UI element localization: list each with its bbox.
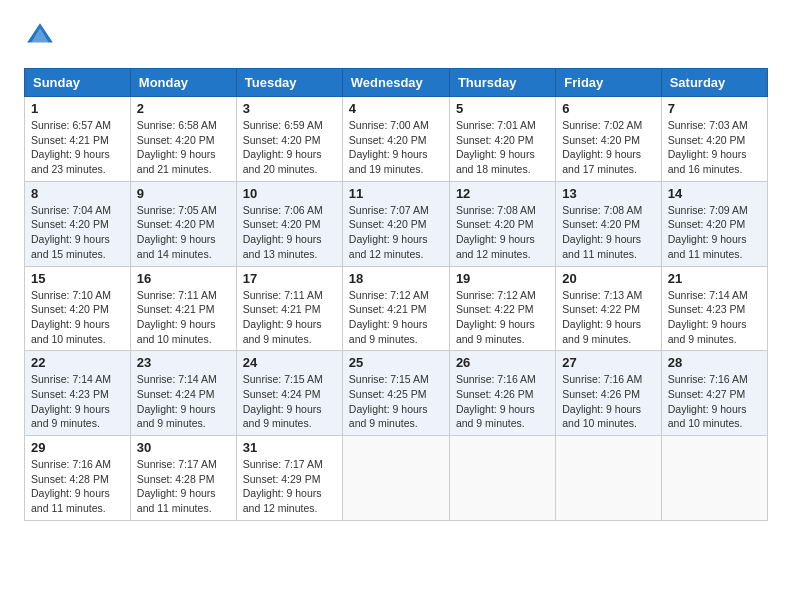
day-info: Sunrise: 6:57 AMSunset: 4:21 PMDaylight:…	[31, 118, 124, 177]
day-number: 4	[349, 101, 443, 116]
day-info: Sunrise: 7:02 AMSunset: 4:20 PMDaylight:…	[562, 118, 654, 177]
day-number: 24	[243, 355, 336, 370]
header	[24, 20, 768, 52]
calendar-cell: 22Sunrise: 7:14 AMSunset: 4:23 PMDayligh…	[25, 351, 131, 436]
day-number: 1	[31, 101, 124, 116]
col-header-tuesday: Tuesday	[236, 69, 342, 97]
calendar-cell: 5Sunrise: 7:01 AMSunset: 4:20 PMDaylight…	[449, 97, 555, 182]
day-number: 8	[31, 186, 124, 201]
day-number: 27	[562, 355, 654, 370]
day-number: 2	[137, 101, 230, 116]
day-info: Sunrise: 7:04 AMSunset: 4:20 PMDaylight:…	[31, 203, 124, 262]
day-number: 3	[243, 101, 336, 116]
day-info: Sunrise: 7:14 AMSunset: 4:24 PMDaylight:…	[137, 372, 230, 431]
day-info: Sunrise: 7:06 AMSunset: 4:20 PMDaylight:…	[243, 203, 336, 262]
day-info: Sunrise: 7:09 AMSunset: 4:20 PMDaylight:…	[668, 203, 761, 262]
calendar-cell: 14Sunrise: 7:09 AMSunset: 4:20 PMDayligh…	[661, 181, 767, 266]
day-number: 18	[349, 271, 443, 286]
day-info: Sunrise: 7:15 AMSunset: 4:25 PMDaylight:…	[349, 372, 443, 431]
calendar-week-2: 8Sunrise: 7:04 AMSunset: 4:20 PMDaylight…	[25, 181, 768, 266]
calendar-cell	[342, 436, 449, 521]
day-number: 5	[456, 101, 549, 116]
calendar-cell: 28Sunrise: 7:16 AMSunset: 4:27 PMDayligh…	[661, 351, 767, 436]
calendar-cell: 3Sunrise: 6:59 AMSunset: 4:20 PMDaylight…	[236, 97, 342, 182]
day-info: Sunrise: 7:14 AMSunset: 4:23 PMDaylight:…	[668, 288, 761, 347]
day-info: Sunrise: 7:16 AMSunset: 4:28 PMDaylight:…	[31, 457, 124, 516]
day-number: 19	[456, 271, 549, 286]
calendar-cell: 20Sunrise: 7:13 AMSunset: 4:22 PMDayligh…	[556, 266, 661, 351]
day-info: Sunrise: 7:16 AMSunset: 4:26 PMDaylight:…	[562, 372, 654, 431]
calendar-cell: 1Sunrise: 6:57 AMSunset: 4:21 PMDaylight…	[25, 97, 131, 182]
calendar-header-row: SundayMondayTuesdayWednesdayThursdayFrid…	[25, 69, 768, 97]
day-number: 14	[668, 186, 761, 201]
calendar-cell: 7Sunrise: 7:03 AMSunset: 4:20 PMDaylight…	[661, 97, 767, 182]
day-number: 26	[456, 355, 549, 370]
logo-icon	[24, 20, 56, 52]
day-info: Sunrise: 7:17 AMSunset: 4:28 PMDaylight:…	[137, 457, 230, 516]
col-header-sunday: Sunday	[25, 69, 131, 97]
calendar-cell	[556, 436, 661, 521]
day-info: Sunrise: 7:10 AMSunset: 4:20 PMDaylight:…	[31, 288, 124, 347]
day-number: 11	[349, 186, 443, 201]
day-info: Sunrise: 7:00 AMSunset: 4:20 PMDaylight:…	[349, 118, 443, 177]
col-header-monday: Monday	[130, 69, 236, 97]
calendar-cell: 12Sunrise: 7:08 AMSunset: 4:20 PMDayligh…	[449, 181, 555, 266]
day-number: 21	[668, 271, 761, 286]
day-number: 23	[137, 355, 230, 370]
day-number: 10	[243, 186, 336, 201]
day-info: Sunrise: 7:07 AMSunset: 4:20 PMDaylight:…	[349, 203, 443, 262]
calendar-cell: 17Sunrise: 7:11 AMSunset: 4:21 PMDayligh…	[236, 266, 342, 351]
day-number: 12	[456, 186, 549, 201]
day-info: Sunrise: 7:05 AMSunset: 4:20 PMDaylight:…	[137, 203, 230, 262]
calendar-cell: 16Sunrise: 7:11 AMSunset: 4:21 PMDayligh…	[130, 266, 236, 351]
calendar-cell: 26Sunrise: 7:16 AMSunset: 4:26 PMDayligh…	[449, 351, 555, 436]
day-info: Sunrise: 7:11 AMSunset: 4:21 PMDaylight:…	[243, 288, 336, 347]
logo	[24, 20, 60, 52]
day-info: Sunrise: 7:11 AMSunset: 4:21 PMDaylight:…	[137, 288, 230, 347]
day-number: 28	[668, 355, 761, 370]
day-number: 29	[31, 440, 124, 455]
calendar-cell: 4Sunrise: 7:00 AMSunset: 4:20 PMDaylight…	[342, 97, 449, 182]
calendar-week-4: 22Sunrise: 7:14 AMSunset: 4:23 PMDayligh…	[25, 351, 768, 436]
day-number: 13	[562, 186, 654, 201]
day-info: Sunrise: 6:59 AMSunset: 4:20 PMDaylight:…	[243, 118, 336, 177]
col-header-saturday: Saturday	[661, 69, 767, 97]
day-info: Sunrise: 7:12 AMSunset: 4:21 PMDaylight:…	[349, 288, 443, 347]
calendar-cell: 13Sunrise: 7:08 AMSunset: 4:20 PMDayligh…	[556, 181, 661, 266]
calendar-cell: 27Sunrise: 7:16 AMSunset: 4:26 PMDayligh…	[556, 351, 661, 436]
day-number: 15	[31, 271, 124, 286]
day-info: Sunrise: 7:08 AMSunset: 4:20 PMDaylight:…	[562, 203, 654, 262]
calendar-cell: 15Sunrise: 7:10 AMSunset: 4:20 PMDayligh…	[25, 266, 131, 351]
col-header-wednesday: Wednesday	[342, 69, 449, 97]
calendar-week-1: 1Sunrise: 6:57 AMSunset: 4:21 PMDaylight…	[25, 97, 768, 182]
calendar-cell: 23Sunrise: 7:14 AMSunset: 4:24 PMDayligh…	[130, 351, 236, 436]
day-number: 31	[243, 440, 336, 455]
calendar-week-5: 29Sunrise: 7:16 AMSunset: 4:28 PMDayligh…	[25, 436, 768, 521]
day-info: Sunrise: 7:15 AMSunset: 4:24 PMDaylight:…	[243, 372, 336, 431]
calendar-cell: 24Sunrise: 7:15 AMSunset: 4:24 PMDayligh…	[236, 351, 342, 436]
day-info: Sunrise: 7:14 AMSunset: 4:23 PMDaylight:…	[31, 372, 124, 431]
day-info: Sunrise: 7:16 AMSunset: 4:27 PMDaylight:…	[668, 372, 761, 431]
calendar-cell	[449, 436, 555, 521]
day-number: 20	[562, 271, 654, 286]
calendar-cell: 31Sunrise: 7:17 AMSunset: 4:29 PMDayligh…	[236, 436, 342, 521]
calendar-cell: 9Sunrise: 7:05 AMSunset: 4:20 PMDaylight…	[130, 181, 236, 266]
calendar: SundayMondayTuesdayWednesdayThursdayFrid…	[24, 68, 768, 521]
day-number: 6	[562, 101, 654, 116]
calendar-cell: 8Sunrise: 7:04 AMSunset: 4:20 PMDaylight…	[25, 181, 131, 266]
day-info: Sunrise: 6:58 AMSunset: 4:20 PMDaylight:…	[137, 118, 230, 177]
day-info: Sunrise: 7:08 AMSunset: 4:20 PMDaylight:…	[456, 203, 549, 262]
calendar-cell: 25Sunrise: 7:15 AMSunset: 4:25 PMDayligh…	[342, 351, 449, 436]
day-info: Sunrise: 7:12 AMSunset: 4:22 PMDaylight:…	[456, 288, 549, 347]
day-info: Sunrise: 7:16 AMSunset: 4:26 PMDaylight:…	[456, 372, 549, 431]
calendar-cell: 21Sunrise: 7:14 AMSunset: 4:23 PMDayligh…	[661, 266, 767, 351]
calendar-cell	[661, 436, 767, 521]
calendar-cell: 10Sunrise: 7:06 AMSunset: 4:20 PMDayligh…	[236, 181, 342, 266]
calendar-week-3: 15Sunrise: 7:10 AMSunset: 4:20 PMDayligh…	[25, 266, 768, 351]
calendar-cell: 2Sunrise: 6:58 AMSunset: 4:20 PMDaylight…	[130, 97, 236, 182]
day-info: Sunrise: 7:13 AMSunset: 4:22 PMDaylight:…	[562, 288, 654, 347]
calendar-cell: 29Sunrise: 7:16 AMSunset: 4:28 PMDayligh…	[25, 436, 131, 521]
col-header-thursday: Thursday	[449, 69, 555, 97]
calendar-cell: 6Sunrise: 7:02 AMSunset: 4:20 PMDaylight…	[556, 97, 661, 182]
day-info: Sunrise: 7:03 AMSunset: 4:20 PMDaylight:…	[668, 118, 761, 177]
